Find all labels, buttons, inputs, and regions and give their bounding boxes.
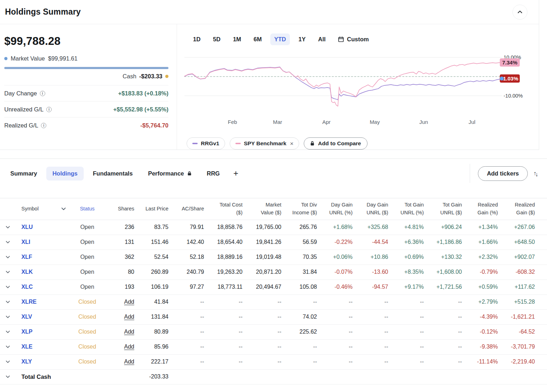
holdings-table: SymbolStatusSharesLast PriceAC/ShareTota… [0, 198, 547, 385]
table-cell: 18,858.76 [204, 224, 243, 230]
table-cell: +267.06 [498, 224, 547, 230]
symbol-link[interactable]: XLP [16, 329, 61, 335]
col-header-realized-gain[interactable]: RealizedGain ($) [498, 201, 547, 217]
col-header-realized-gain[interactable]: RealizedGain (%) [462, 201, 498, 217]
range-tab-1m[interactable]: 1M [229, 33, 245, 45]
chevron-down-icon[interactable] [6, 271, 10, 273]
table-cell: 80 [114, 269, 134, 275]
symbol-link[interactable]: XLU [16, 224, 61, 230]
add-shares-link[interactable]: Add [124, 329, 134, 335]
table-cell: 52.54 [134, 254, 168, 260]
tab-performance[interactable]: Performance [142, 167, 198, 181]
table-cell: 56.59 [281, 239, 317, 245]
col-header-market-value[interactable]: MarketValue ($) [243, 201, 281, 217]
range-tab-all[interactable]: All [314, 33, 329, 45]
table-cell: -64.52 [498, 329, 547, 335]
add-shares-link[interactable]: Add [124, 299, 134, 305]
close-icon[interactable]: × [290, 141, 293, 147]
col-header-tot-div-income[interactable]: Tot DivIncome ($) [281, 201, 317, 217]
table-cell: -0.12% [462, 329, 498, 335]
table-cell: 131 [114, 239, 134, 245]
symbol-link[interactable]: XLE [16, 344, 61, 350]
col-header-day-gain-unrl[interactable]: Day GainUNRL (%) [317, 201, 353, 217]
symbol-link[interactable]: XLF [16, 254, 61, 260]
chevron-down-icon[interactable] [6, 226, 10, 229]
table-cell: +1.66% [462, 239, 498, 245]
info-icon[interactable] [40, 91, 45, 96]
chevron-down-icon[interactable] [6, 241, 10, 244]
col-header-ac-share[interactable]: AC/Share [168, 205, 204, 213]
tab-fundamentals[interactable]: Fundamentals [87, 167, 139, 181]
symbol-link[interactable]: XLK [16, 269, 61, 275]
col-header-text: Day Gain [353, 201, 388, 209]
legend-label: SPY Benchmark [244, 140, 286, 147]
chevron-down-icon[interactable] [6, 286, 10, 288]
table-cell: -- [424, 299, 462, 305]
col-header-total-cost[interactable]: Total Cost($) [204, 201, 243, 217]
stat-value: +$183.83 (+0.18%) [118, 90, 168, 97]
symbol-link[interactable]: XLY [16, 359, 61, 365]
range-tab-1d[interactable]: 1D [189, 33, 204, 45]
col-header-tot-gain-unrl[interactable]: Tot GainUNRL (%) [388, 201, 424, 217]
expander-cell [0, 286, 16, 288]
sort-icon[interactable]: ↑↓ [533, 170, 538, 177]
tab-holdings[interactable]: Holdings [46, 167, 84, 181]
symbol-link[interactable]: XLC [16, 284, 61, 290]
col-header-text: Shares [114, 205, 134, 213]
collapse-button[interactable] [512, 5, 527, 20]
range-tab-ytd[interactable]: YTD [270, 33, 290, 45]
symbol-link[interactable]: XLV [16, 314, 61, 320]
info-icon[interactable] [41, 123, 46, 128]
expander-cell [0, 330, 16, 333]
range-tab-1y[interactable]: 1Y [295, 33, 309, 45]
add-tab-button[interactable]: + [229, 168, 243, 178]
page-title: Holdings Summary [5, 7, 81, 17]
chevron-down-icon[interactable] [6, 330, 10, 333]
shares-cell: Add [114, 344, 134, 350]
chevron-down-icon[interactable] [6, 300, 10, 303]
table-cell: -- [168, 344, 204, 350]
legend-label: RRGv1 [201, 140, 219, 147]
stat-row-unrealized-g-l: Unrealized G/L+$5,552.98 (+5.55%) [4, 101, 168, 117]
legend-chip-spy-benchmark[interactable]: SPY Benchmark× [230, 137, 299, 150]
add-tickers-button[interactable]: Add tickers [478, 166, 528, 181]
range-tab-custom[interactable]: Custom [334, 33, 373, 45]
chevron-down-icon[interactable] [6, 360, 10, 363]
chevron-down-icon[interactable] [6, 256, 10, 258]
status-cell: Closed [61, 299, 114, 305]
range-tab-5d[interactable]: 5D [209, 33, 224, 45]
col-header-status[interactable]: Status [61, 205, 114, 213]
table-cell: -- [424, 314, 462, 320]
chevron-down-icon[interactable] [6, 375, 10, 378]
col-header-day-gain-unrl[interactable]: Day GainUNRL ($) [353, 201, 388, 217]
col-header-text: Total Cost [204, 201, 243, 209]
legend-chip-rrgv1[interactable]: RRGv1 [187, 137, 225, 150]
series-line-spy-benchmark[interactable] [184, 62, 502, 106]
add-shares-link[interactable]: Add [124, 344, 134, 350]
info-icon[interactable] [46, 107, 52, 112]
col-header-tot-gain-unrl[interactable]: Tot GainUNRL ($) [424, 201, 462, 217]
tab-summary[interactable]: Summary [4, 167, 43, 181]
col-header-shares[interactable]: Shares [114, 205, 134, 213]
add-shares-link[interactable]: Add [124, 359, 134, 365]
table-cell: 74.02 [281, 314, 317, 320]
chevron-down-icon[interactable] [6, 345, 10, 348]
range-tab-label: YTD [274, 36, 286, 43]
add-shares-link[interactable]: Add [124, 314, 134, 320]
table-cell: -1,621.21 [498, 314, 547, 320]
col-header-symbol[interactable]: Symbol [16, 205, 61, 213]
range-tab-6m[interactable]: 6M [250, 33, 266, 45]
series-line-rrgv1[interactable] [184, 67, 502, 100]
add-to-compare-button[interactable]: Add to Compare [304, 137, 368, 150]
tab-rrg[interactable]: RRG [201, 167, 226, 181]
col-header-lines: RealizedGain (%) [462, 201, 498, 217]
table-cell: +6.36% [388, 239, 424, 245]
range-tab-label: 1Y [298, 36, 306, 43]
col-header-text: Income ($) [281, 209, 317, 217]
col-header-last-price[interactable]: Last Price [134, 205, 168, 213]
symbol-link[interactable]: XLI [16, 239, 61, 245]
table-cell: +0.59% [462, 284, 498, 290]
chevron-down-icon[interactable] [6, 315, 10, 318]
symbol-link[interactable]: XLRE [16, 299, 61, 305]
table-cell: -- [353, 299, 388, 305]
